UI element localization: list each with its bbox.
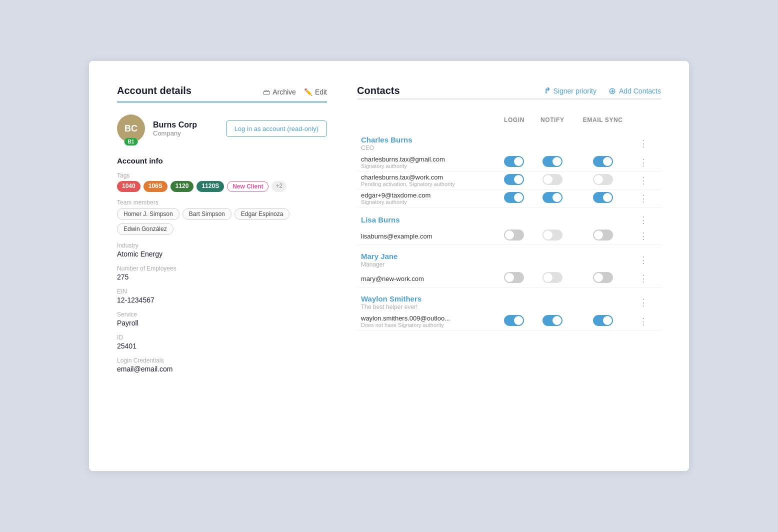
toggle-off-light[interactable] (542, 272, 562, 283)
contact-name-link-0[interactable]: Charles Burns (361, 136, 412, 144)
tag-1120s[interactable]: 1120S (196, 181, 224, 192)
col-email-sync: EMAIL SYNC (572, 112, 633, 128)
account-info-title: Account info (117, 156, 327, 165)
add-contacts-button[interactable]: ⊕ Add Contacts (608, 86, 661, 96)
toggle-off-light[interactable] (542, 174, 562, 185)
signer-priority-button[interactable]: ↱ Signer priority (544, 86, 596, 96)
email-more-menu-2-0[interactable]: ⋮ (637, 273, 651, 284)
tag-more[interactable]: +2 (272, 181, 286, 192)
member-bart[interactable]: Bart Simpson (182, 208, 232, 220)
id-value: 25401 (117, 342, 327, 350)
company-name: Burns Corp (153, 120, 197, 130)
email-text-0-0: charlesburns.tax@gmail.com (361, 156, 492, 163)
service-value: Payroll (117, 319, 327, 327)
toggle-on[interactable] (542, 315, 562, 326)
email-more-menu-0-0[interactable]: ⋮ (637, 157, 651, 168)
team-row: Homer J. Simpson Bart Simpson Edgar Espi… (117, 208, 327, 235)
email-text-1-0: lisaburns@example.com (361, 232, 492, 240)
tag-106s[interactable]: 106S (144, 181, 168, 192)
toggle-off[interactable] (504, 230, 524, 240)
email-row-2-0: mary@new-work.com ⋮ (357, 270, 661, 288)
contact-more-menu-1[interactable]: ⋮ (637, 214, 651, 226)
account-details-title: Account details (117, 85, 192, 96)
toggle-on[interactable] (593, 192, 613, 203)
add-contacts-icon: ⊕ (608, 86, 616, 96)
archive-icon: 🗃 (263, 88, 270, 96)
contact-more-menu-2[interactable]: ⋮ (637, 254, 651, 266)
employees-value: 275 (117, 273, 327, 281)
email-text-0-2: edgar+9@taxdome.com (361, 192, 492, 199)
contact-name-row: Waylon Smithers The best helper ever! ⋮ (357, 288, 661, 313)
email-row-1-0: lisaburns@example.com ⋮ (357, 228, 661, 245)
contact-name-row: Charles Burns CEO ⋮ (357, 128, 661, 154)
contact-name-row: Mary Jane Manager ⋮ (357, 245, 661, 270)
industry-value: Atomic Energy (117, 250, 327, 258)
contact-role-3: The best helper ever! (361, 304, 629, 310)
toggle-on[interactable] (504, 315, 524, 326)
contact-name-link-2[interactable]: Mary Jane (361, 252, 398, 260)
email-text-3-0: waylon.smithers.009@outloo... (361, 314, 492, 322)
badge-b1: B1 (124, 138, 138, 146)
contact-more-menu-0[interactable]: ⋮ (637, 138, 651, 149)
contact-name-link-1[interactable]: Lisa Burns (361, 216, 400, 224)
archive-button[interactable]: 🗃 Archive (263, 88, 296, 96)
col-actions (633, 112, 661, 128)
contact-more-menu-3[interactable]: ⋮ (637, 297, 651, 308)
toggle-on[interactable] (504, 156, 524, 167)
col-name (357, 112, 496, 128)
member-edwin[interactable]: Edwin González (117, 223, 174, 235)
email-more-menu-0-2[interactable]: ⋮ (637, 193, 651, 204)
toggle-off-light[interactable] (542, 230, 562, 240)
industry-label: Industry (117, 242, 327, 249)
toggle-on[interactable] (593, 156, 613, 167)
login-as-account-button[interactable]: Log in as account (read-only) (226, 120, 327, 137)
email-subtext-0-0: Signatory authority (361, 163, 492, 169)
toggle-on[interactable] (504, 192, 524, 203)
toggle-on[interactable] (542, 192, 562, 203)
toggle-off[interactable] (593, 272, 613, 283)
email-row-3-0: waylon.smithers.009@outloo... Does not h… (357, 312, 661, 330)
tag-1120[interactable]: 1120 (170, 181, 194, 192)
contacts-title: Contacts (357, 85, 544, 96)
right-panel: Contacts ↱ Signer priority ⊕ Add Contact… (357, 85, 661, 447)
member-edgar[interactable]: Edgar Espinoza (234, 208, 290, 220)
edit-button[interactable]: ✏️ Edit (304, 88, 327, 96)
login-cred-label: Login Credentials (117, 357, 327, 364)
email-more-menu-1-0[interactable]: ⋮ (637, 230, 651, 242)
signer-priority-icon: ↱ (544, 86, 550, 96)
edit-icon: ✏️ (304, 88, 312, 96)
email-more-menu-0-1[interactable]: ⋮ (637, 175, 651, 186)
toggle-off[interactable] (504, 272, 524, 283)
ein-label: EIN (117, 288, 327, 295)
email-row-0-1: charlesburns.tax@work.com Pending activa… (357, 172, 661, 190)
tag-new-client[interactable]: New Client (227, 181, 268, 192)
login-cred-value: email@email.com (117, 365, 327, 373)
toggle-off-light[interactable] (593, 174, 613, 185)
col-notify: NOTIFY (532, 112, 573, 128)
ein-value: 12-1234567 (117, 296, 327, 304)
email-text-0-1: charlesburns.tax@work.com (361, 174, 492, 181)
contact-role-0: CEO (361, 144, 629, 152)
email-more-menu-3-0[interactable]: ⋮ (637, 316, 651, 327)
email-row-0-0: charlesburns.tax@gmail.com Signatory aut… (357, 154, 661, 172)
email-subtext-3-0: Does not have Signatory authority (361, 322, 492, 328)
toggle-on[interactable] (542, 156, 562, 167)
contact-name-link-3[interactable]: Waylon Smithers (361, 294, 422, 303)
email-subtext-0-2: Signatory authority (361, 199, 492, 205)
member-homer[interactable]: Homer J. Simpson (117, 208, 180, 220)
employees-label: Number of Employees (117, 265, 327, 272)
team-label: Team members (117, 199, 327, 206)
toggle-on[interactable] (504, 174, 524, 185)
contacts-table: LOGIN NOTIFY EMAIL SYNC Charles Burns CE… (357, 112, 661, 330)
id-label: ID (117, 334, 327, 341)
tags-label: Tags (117, 172, 327, 179)
col-login: LOGIN (496, 112, 532, 128)
contact-name-row: Lisa Burns ⋮ (357, 208, 661, 228)
avatar-wrap: BC B1 (117, 114, 145, 142)
company-type: Company (153, 130, 197, 137)
left-panel: Account details 🗃 Archive ✏️ Edit BC B1 (117, 85, 327, 447)
tag-1040[interactable]: 1040 (117, 181, 140, 192)
toggle-on[interactable] (593, 315, 613, 326)
contact-role-2: Manager (361, 261, 629, 268)
toggle-off[interactable] (593, 230, 613, 240)
